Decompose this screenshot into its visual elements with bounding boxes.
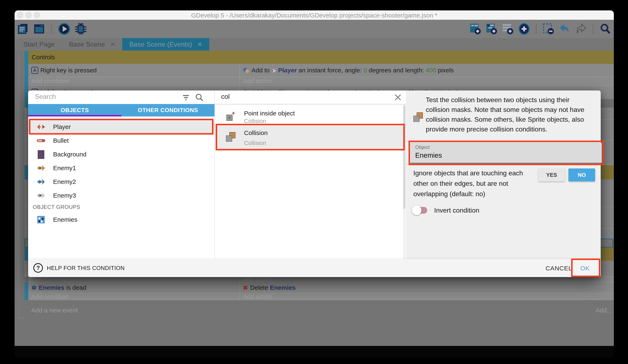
tab-start-page[interactable]: Start Page (16, 38, 62, 51)
object-item-enemy3[interactable]: Enemy3 (28, 189, 215, 202)
toolbar-divider (593, 24, 593, 34)
search-divider (215, 104, 406, 104)
force-icon (243, 67, 249, 73)
tree-elbow (18, 318, 24, 318)
play-icon[interactable] (58, 23, 70, 35)
event-left-bar (25, 165, 28, 180)
event-left-bar (25, 51, 28, 64)
yes-button[interactable]: YES (538, 169, 565, 181)
object-item-bullet[interactable]: Bullet (28, 134, 215, 147)
condition-row[interactable]: A Right key is pressed (28, 64, 239, 77)
titlebar: GDevelop 5 - /Users/dkarakay/Documents/G… (14, 10, 614, 20)
add-comment-icon[interactable] (502, 23, 514, 35)
object-field[interactable]: Object Enemies (410, 142, 602, 164)
tab-base-scene[interactable]: Base Scene✕ (62, 38, 122, 51)
help-icon[interactable]: ? (33, 263, 43, 273)
result-collision[interactable]: Collision Collision (215, 125, 404, 149)
bullet-object-icon (36, 136, 46, 145)
cancel-button[interactable]: CANCEL (546, 265, 572, 272)
invert-toggle-knob[interactable] (412, 205, 421, 215)
result-point-inside-object[interactable]: Point inside object Collision (215, 108, 404, 125)
condition-source-tabs: OBJECTS OTHER CONDITIONS (28, 104, 215, 117)
event-left-bar (25, 86, 28, 108)
object-field-value: Enemies (415, 151, 442, 159)
choose-condition-dialog: OBJECTS OTHER CONDITIONS Player Bullet B… (28, 90, 601, 277)
enemy1-object-icon (36, 164, 46, 173)
active-tab-underline (28, 115, 121, 117)
add-event-icon[interactable] (469, 23, 481, 35)
condition-config-panel: Test the collision between two objects u… (406, 90, 601, 259)
tab-other-conditions[interactable]: OTHER CONDITIONS (121, 104, 215, 117)
screenshot-root: GDevelop 5 - /Users/dkarakay/Documents/G… (0, 0, 628, 364)
condition-search-input[interactable] (221, 93, 383, 101)
filter-icon[interactable] (182, 93, 190, 102)
group-item-enemies[interactable]: Enemies (28, 213, 215, 227)
project-manager-icon[interactable] (17, 23, 29, 35)
window-title: GDevelop 5 - /Users/dkarakay/Documents/G… (14, 12, 614, 19)
tab-objects[interactable]: OBJECTS (28, 104, 121, 117)
object-item-enemy2[interactable]: Enemy2 (28, 175, 215, 189)
debug-icon[interactable] (75, 23, 86, 35)
tab-base-scene-events[interactable]: Base Scene (Events)✕ (122, 38, 209, 51)
add-subevent-icon[interactable] (485, 23, 498, 35)
add-action-button[interactable]: Add action (240, 77, 614, 86)
close-tab-icon[interactable]: ✕ (197, 41, 202, 48)
object-item-background[interactable]: Background (28, 147, 215, 161)
invert-condition-label: Invert condition (434, 207, 479, 214)
add-condition-button[interactable]: Add condition (28, 293, 239, 300)
dialog-bottom-bar: ? HELP FOR THIS CONDITION CANCEL OK (28, 259, 601, 277)
enemies-group-icon (36, 215, 46, 224)
player-object-icon (36, 122, 46, 131)
event-left-bar (25, 283, 28, 300)
clear-search-icon[interactable] (393, 93, 402, 102)
collision-icon (412, 111, 424, 123)
enemy2-object-icon (36, 177, 46, 186)
point-inside-icon (225, 111, 236, 122)
toolbar (14, 20, 614, 38)
toolbar-divider (536, 24, 537, 34)
object-search-input[interactable] (34, 93, 176, 101)
action-row[interactable]: ✖ Delete Enemies (240, 283, 614, 293)
event-left-bar (25, 247, 28, 261)
collision-icon (225, 131, 236, 143)
add-action-button[interactable]: Add action (240, 277, 614, 283)
enemy-object-icon (31, 285, 37, 290)
background-object-icon (36, 150, 46, 159)
toolbar-divider (51, 24, 52, 34)
object-item-enemy1[interactable]: Enemy1 (28, 161, 215, 175)
add-more-button[interactable]: Add... (596, 307, 612, 314)
tree-line (18, 52, 19, 318)
event-left-bar (25, 64, 28, 86)
no-button[interactable]: NO (568, 169, 595, 181)
search-icon[interactable] (599, 23, 611, 35)
search-icon[interactable] (195, 93, 204, 102)
close-tab-icon[interactable]: ✕ (110, 41, 115, 48)
scene-editor-icon[interactable] (33, 23, 45, 35)
object-item-player[interactable]: Player (28, 120, 215, 134)
condition-description: Test the collision between two objects u… (426, 95, 592, 134)
results-scrollbar-thumb[interactable] (403, 105, 406, 209)
enemy3-object-icon (36, 191, 46, 200)
redo-icon[interactable] (575, 23, 587, 35)
delete-event-icon[interactable] (543, 23, 554, 35)
column-divider (239, 277, 240, 300)
help-link[interactable]: HELP FOR THIS CONDITION (47, 265, 125, 271)
ok-button[interactable]: OK (580, 265, 590, 272)
add-new-event-button[interactable]: Add a new event (31, 307, 78, 314)
keyboard-key-icon: A (31, 67, 38, 74)
add-condition-button[interactable] (28, 277, 239, 283)
results-panel: Point inside object Collision Collision … (215, 90, 406, 259)
add-condition-button[interactable]: Add condition (28, 77, 239, 86)
action-row[interactable]: Add to Player an instant force, angle: 0… (240, 64, 614, 77)
add-action-button[interactable]: Add action (240, 293, 614, 300)
ignore-edges-label: Ignore objects that are touching each ot… (413, 168, 536, 199)
add-new-icon[interactable] (518, 23, 530, 35)
undo-icon[interactable] (559, 23, 571, 35)
delete-icon: ✖ (243, 284, 248, 291)
comment-row[interactable]: Controls (28, 51, 614, 64)
object-field-label: Object (415, 144, 430, 150)
condition-row[interactable]: Enemies is dead (28, 283, 239, 293)
scene-tabbar: Start Page Base Scene✕ Base Scene (Event… (14, 38, 614, 51)
objects-panel: OBJECTS OTHER CONDITIONS Player Bullet B… (28, 90, 215, 259)
object-groups-header: OBJECT GROUPS (33, 204, 80, 210)
